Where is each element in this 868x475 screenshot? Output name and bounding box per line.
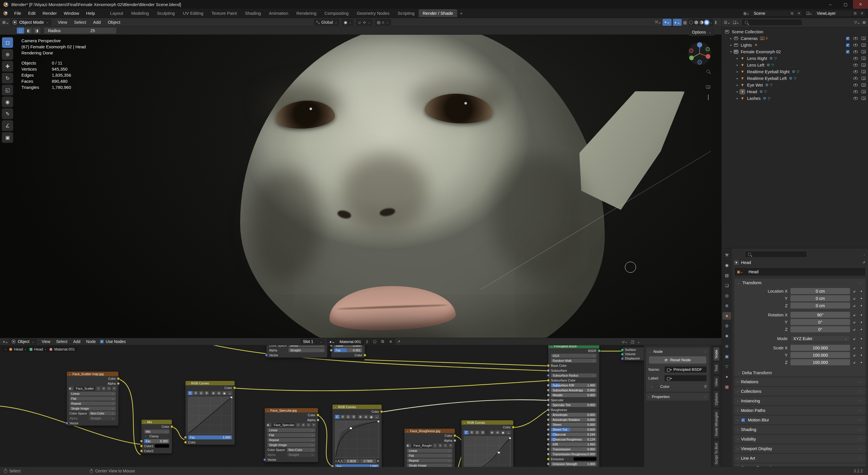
alpha-output-socket[interactable] [117,382,120,385]
breadcrumb[interactable]: Head [25,347,43,351]
lock-icon[interactable]: 🔓︎ [850,320,859,324]
expand-arrow[interactable]: ▸ [735,63,740,66]
drag-handle-icon[interactable]: :::: [858,418,863,422]
list-icon[interactable]: ☰ [704,385,707,388]
input-socket[interactable] [547,369,550,372]
lock-icon[interactable]: 🔓︎ [850,337,859,341]
transform-value-field[interactable]: 100.000 [790,345,850,351]
disable-render-icon[interactable] [861,97,866,100]
property-panel[interactable]: › ✓ Instancing :::: [734,396,866,405]
property-panel[interactable]: › ✓ Custom Properties :::: [734,464,866,467]
node-header[interactable]: ⌄Face_Scatter map.jpg [67,372,118,376]
transform-value-field[interactable]: 0 cm [790,302,850,308]
property-panel[interactable]: › ✓ Viewport Display :::: [734,444,866,453]
channel-g[interactable]: G [199,391,204,395]
remove-viewlayer-button[interactable]: ✕ [859,11,865,16]
use-nodes-checkbox[interactable]: ✓Use Nodes [100,339,126,344]
sidebar-tab[interactable]: Node Wrangler [713,409,720,439]
property-panel[interactable]: › ✓ Collections :::: [734,387,866,396]
lock-icon[interactable]: 🔓︎ [850,313,859,317]
minimize-button[interactable]: – [823,0,838,9]
open-folder-icon[interactable]: 🗀︎ [107,386,111,391]
tool[interactable]: ⚒ [722,251,731,259]
workspace-tab[interactable]: Shading [241,9,265,17]
outliner-search-input[interactable] [742,19,802,26]
mesh-data-icon[interactable]: ▽ [774,56,777,60]
sidebar-tab[interactable]: View [713,376,720,389]
handle-free-icon[interactable]: ⋀ [340,459,343,463]
node-label-field[interactable]: ▢• [664,375,707,382]
drag-handle-icon[interactable]: :::: [704,395,707,398]
curve-tools-icon[interactable]: ◉ [369,415,374,419]
outliner-row[interactable]: ▸ ▼ Head 3 ☀ ⚙▽ ✓ [722,88,868,95]
menu-item[interactable]: File [11,9,25,17]
drag-handle-icon[interactable]: :::: [858,399,863,403]
select-subtract-icon[interactable]: ◨ [33,28,40,34]
open-folder-icon[interactable]: 🗀︎ [306,423,311,427]
lock-icon[interactable]: 🔓︎ [850,304,859,308]
mesh-data-icon[interactable]: ▽ [764,90,767,94]
input-socket[interactable] [547,438,550,441]
curve-options-icon[interactable]: ⌄ [227,391,232,395]
exclude-checkbox[interactable]: ✓ [846,36,850,40]
input-socket[interactable] [547,433,550,436]
hide-viewport-icon[interactable] [853,77,858,80]
material-name-field[interactable]: Material.001 [337,339,363,344]
exclude-checkbox[interactable]: ✓ [846,43,850,47]
animate-dot-icon[interactable]: ● [859,337,864,340]
image-name-field[interactable]: Face_Specular.jpg [272,423,295,427]
particles[interactable]: ✱ [722,332,731,340]
color-subpanel[interactable]: ›Color☰ [648,384,707,389]
animate-dot-icon[interactable]: ● [859,354,864,357]
channel-b[interactable]: B [204,391,209,395]
panel-checkbox[interactable]: ✓ [741,418,745,422]
transform-value-field[interactable]: 90° [790,312,850,318]
viewport-menu-item[interactable]: Add [90,20,104,25]
rotate-tool[interactable]: ↻ [2,73,13,84]
zoom-in-icon[interactable]: ⊕ [358,415,363,419]
node-rgb-curves-1[interactable]: ⌄RGB Curves Color CRGB⊕⊖◉⌄ Fac1.000 Colo… [185,381,235,445]
vector-socket[interactable] [65,422,68,425]
vector-socket[interactable] [265,354,268,357]
point-x-field[interactable]: 0.3628 [343,459,359,463]
hide-viewport-icon[interactable] [853,57,858,60]
outliner-row[interactable]: ▸ ▼ Lashes 3 ☀ ⚙▽ ✓ [722,95,868,101]
property-panel[interactable]: › ✓ Shading :::: [734,425,866,434]
display-mode-icon[interactable]: ☰⌄ [724,20,731,25]
expand-arrow[interactable]: ▸ [735,97,740,100]
overlays-toggle-icon[interactable]: ⌖⌄ [662,19,671,26]
disable-render-icon[interactable] [861,43,866,47]
object-data[interactable]: ▽ [722,363,731,370]
node-rgb-curves-2[interactable]: ⌄RGB Curves Color CRGB⊕⊖◉⌄ ∩Λ⋀0.36280.78… [332,404,382,467]
node-canvas[interactable]: HeadHeadMaterial.001 Color SpacesRGB⌄Alp… [0,345,644,467]
mesh-data-icon[interactable]: ▽ [794,77,797,81]
modifier-icon[interactable]: ⚙ [789,76,793,81]
sidebar-tab[interactable]: Script To Butt [713,440,720,467]
add-cube-tool[interactable]: ▣ [2,132,13,143]
menu-item[interactable]: Help [83,9,99,17]
animate-dot-icon[interactable]: ● [859,321,864,324]
workspace-tab[interactable]: Geometry Nodes [353,9,394,17]
node-face-roughness[interactable]: ⌄Face_Roughness.jpg Color Alpha ▣⌄Face_R… [404,428,455,467]
material-slot-dropdown[interactable]: Slot 1⌄ [300,339,325,345]
curve-widget[interactable] [188,396,232,434]
editor-options-icon[interactable]: ⌄ [637,339,640,344]
input-socket[interactable] [547,428,550,431]
transform-value-field[interactable]: 0° [790,326,850,332]
input-socket[interactable] [547,463,550,466]
drag-handle-icon[interactable]: :::: [858,281,863,285]
viewport-3d[interactable]: ⊞⌄ Object Mode⌄ ViewSelectAddObject ⤡Glo… [0,18,721,338]
proportional-edit-dropdown[interactable]: ◎ ∩⌄ [375,19,391,26]
transform-tool[interactable]: ◉ [2,96,13,108]
solid-shading-icon[interactable] [694,21,698,24]
pin-icon[interactable]: 📌︎ [397,339,401,344]
material-users-count[interactable]: 2 [363,339,371,344]
copy-icon[interactable]: ⧉ [438,443,442,448]
shader-type-dropdown[interactable]: Object⌄ [9,339,37,345]
expand-arrow[interactable]: ▾ [728,50,734,53]
outliner-row[interactable]: ▸ ▼ Eye Wet 3 ☀ ⚙▽ ✓ [722,82,868,88]
image-name-field[interactable]: Face_Scatter ... [74,386,95,391]
outliner-row[interactable]: ▸ ▼ Lens Right 3 ☀ ⚙▽ ✓ [722,55,868,62]
modifier-icon[interactable]: ⚙ [763,96,767,100]
select-extend-icon[interactable]: ◧ [25,28,32,34]
